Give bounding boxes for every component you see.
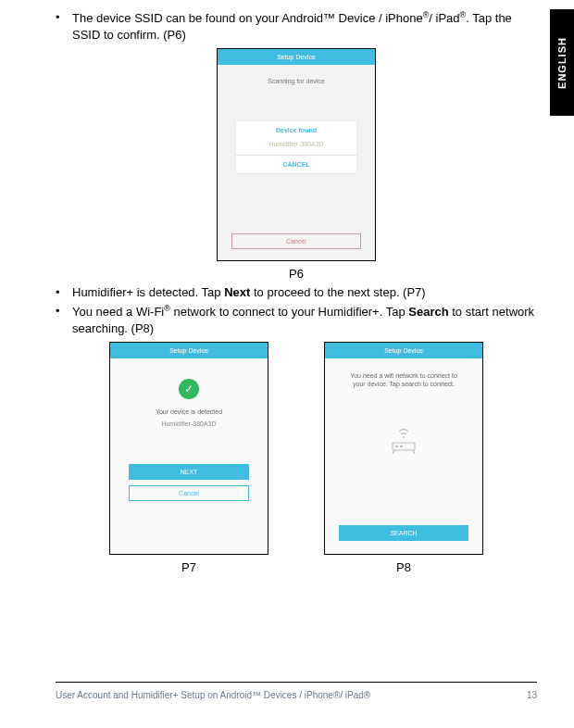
bullet-text: Humidifier+ is detected. Tap Next to pro… xyxy=(72,284,537,301)
cancel-button[interactable]: Cancel xyxy=(231,233,361,249)
router-icon xyxy=(385,426,422,458)
phone-header: Setup Device xyxy=(325,343,482,358)
search-button[interactable]: SEARCH xyxy=(339,525,468,541)
ssid-text: Humidifier-380A3D xyxy=(161,420,216,427)
figure-label: P7 xyxy=(181,560,196,574)
language-tab: ENGLISH xyxy=(550,9,574,116)
footer-title: User Account and Humidifier+ Setup on An… xyxy=(56,690,370,700)
svg-point-0 xyxy=(403,436,405,438)
next-button[interactable]: NEXT xyxy=(129,464,249,480)
modal-cancel-button[interactable]: CANCEL xyxy=(236,156,356,173)
svg-rect-3 xyxy=(400,446,403,447)
phone-mockup: Setup Device Scanning for device Device … xyxy=(217,48,376,261)
phone-header: Setup Device xyxy=(218,49,375,65)
device-found-modal: Device found Humidifier-380A3D CANCEL xyxy=(236,121,356,173)
modal-title: Device found xyxy=(236,121,356,137)
figure-p8: Setup Device You need a wifi network to … xyxy=(324,342,483,574)
page-content: • The device SSID can be found on your A… xyxy=(0,0,574,574)
page-footer: User Account and Humidifier+ Setup on An… xyxy=(56,682,537,700)
phone-body: You need a wifi network to connect to yo… xyxy=(325,358,482,554)
bullet-item: • The device SSID can be found on your A… xyxy=(56,9,537,43)
scanning-text: Scanning for device xyxy=(218,65,375,121)
ssid-text[interactable]: Humidifier-380A3D xyxy=(236,137,356,156)
wifi-message: You need a wifi network to connect to yo… xyxy=(325,358,482,416)
bullet-item: • You need a Wi-Fi® network to connect t… xyxy=(56,303,537,336)
page-number: 13 xyxy=(527,690,537,700)
bullet-mark: • xyxy=(56,9,72,43)
detected-text: Your device is detected xyxy=(156,408,222,415)
bullet-mark: • xyxy=(56,303,72,336)
bullet-mark: • xyxy=(56,284,72,301)
phone-mockup: Setup Device You need a wifi network to … xyxy=(324,342,483,555)
check-icon: ✓ xyxy=(179,379,199,399)
bullet-text: You need a Wi-Fi® network to connect to … xyxy=(72,303,537,336)
phone-mockup: Setup Device ✓ Your device is detected H… xyxy=(109,342,268,555)
figure-p7: Setup Device ✓ Your device is detected H… xyxy=(109,342,268,574)
bullet-item: • Humidifier+ is detected. Tap Next to p… xyxy=(56,284,537,301)
figure-label: P6 xyxy=(289,267,304,281)
bullet-text: The device SSID can be found on your And… xyxy=(72,9,537,43)
figure-p6: Setup Device Scanning for device Device … xyxy=(217,48,376,281)
phone-body: Scanning for device Device found Humidif… xyxy=(218,65,375,260)
svg-rect-2 xyxy=(395,446,398,447)
figure-label: P8 xyxy=(396,560,411,574)
cancel-button[interactable]: Cancel xyxy=(129,485,249,501)
phone-body: ✓ Your device is detected Humidifier-380… xyxy=(110,358,268,554)
phone-header: Setup Device xyxy=(110,343,268,358)
